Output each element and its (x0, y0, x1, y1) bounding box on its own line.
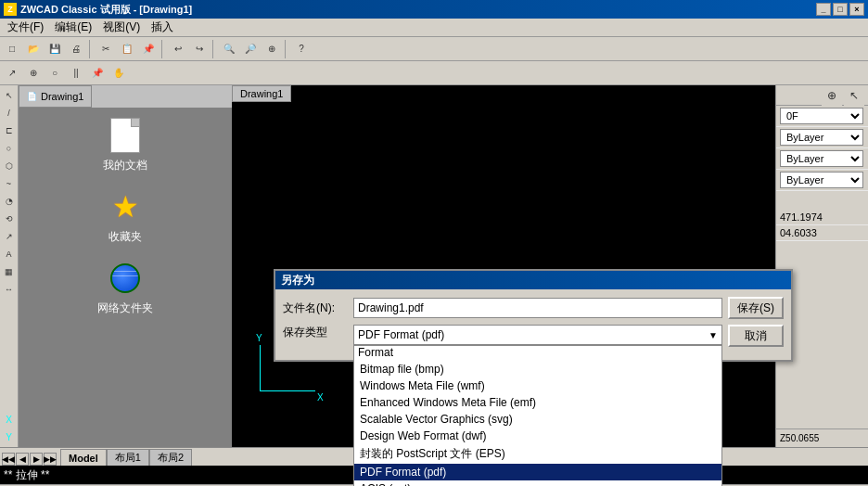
dialog-overlay: 另存为 文件名(N): 保存(S) 保存类型 PDF Format (pdf) … (0, 0, 868, 486)
filename-input[interactable] (353, 298, 722, 318)
option-sat[interactable]: ACIS (sat) (354, 480, 721, 486)
savetype-label: 保存类型 (283, 325, 348, 340)
filename-label: 文件名(N): (283, 301, 348, 316)
option-eps[interactable]: 封装的 PostScript 文件 (EPS) (354, 444, 721, 464)
savetype-row: 保存类型 PDF Format (pdf) ▼ Format Bitmap fi… (283, 325, 784, 347)
cancel-button[interactable]: 取消 (728, 325, 784, 347)
option-pdf[interactable]: PDF Format (pdf) (354, 464, 721, 480)
savetype-dropdown[interactable]: Format Bitmap file (bmp) Windows Meta Fi… (353, 345, 722, 486)
savetype-value: PDF Format (pdf) (358, 328, 708, 341)
option-wmf[interactable]: Windows Meta File (wmf) (354, 377, 721, 394)
savetype-arrow-icon: ▼ (708, 330, 718, 340)
option-dwf[interactable]: Design Web Format (dwf) (354, 428, 721, 444)
option-bmp[interactable]: Bitmap file (bmp) (354, 361, 721, 377)
format-label-row: Format (354, 346, 721, 359)
save-dialog: 另存为 文件名(N): 保存(S) 保存类型 PDF Format (pdf) … (274, 269, 793, 362)
option-svg[interactable]: Scalable Vector Graphics (svg) (354, 411, 721, 428)
dialog-body: 文件名(N): 保存(S) 保存类型 PDF Format (pdf) ▼ Fo… (275, 289, 791, 360)
format-label: Format (354, 346, 393, 359)
option-emf[interactable]: Enhanced Windows Meta File (emf) (354, 394, 721, 411)
save-button[interactable]: 保存(S) (728, 297, 784, 319)
savetype-select[interactable]: PDF Format (pdf) ▼ (353, 325, 722, 345)
savetype-container: PDF Format (pdf) ▼ Format Bitmap file (b… (353, 325, 722, 345)
dialog-title: 另存为 (275, 271, 791, 289)
filename-row: 文件名(N): 保存(S) (283, 297, 784, 319)
